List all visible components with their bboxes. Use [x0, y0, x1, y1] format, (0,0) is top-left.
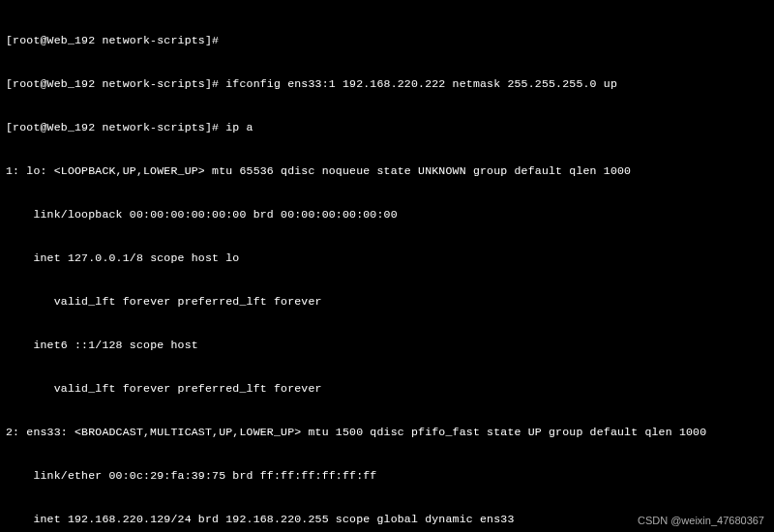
terminal-line: [root@Web_192 network-scripts]# ifconfig… — [6, 76, 768, 91]
terminal-line: inet 127.0.0.1/8 scope host lo — [6, 251, 768, 265]
watermark-text: CSDN @weixin_47680367 — [638, 514, 764, 528]
terminal-line: valid_lft forever preferred_lft forever — [6, 294, 768, 309]
terminal-line: inet6 ::1/128 scope host — [6, 338, 768, 352]
terminal-line: [root@Web_192 network-scripts]# ip a — [6, 120, 768, 134]
terminal-output[interactable]: [root@Web_192 network-scripts]# [root@We… — [6, 4, 768, 532]
terminal-line: 2: ens33: <BROADCAST,MULTICAST,UP,LOWER_… — [6, 425, 768, 439]
terminal-line: valid_lft forever preferred_lft forever — [6, 381, 768, 396]
terminal-line: link/ether 00:0c:29:fa:39:75 brd ff:ff:f… — [6, 468, 768, 483]
terminal-line: link/loopback 00:00:00:00:00:00 brd 00:0… — [6, 207, 768, 222]
terminal-line: 1: lo: <LOOPBACK,UP,LOWER_UP> mtu 65536 … — [6, 163, 768, 178]
terminal-line: [root@Web_192 network-scripts]# — [6, 33, 768, 47]
